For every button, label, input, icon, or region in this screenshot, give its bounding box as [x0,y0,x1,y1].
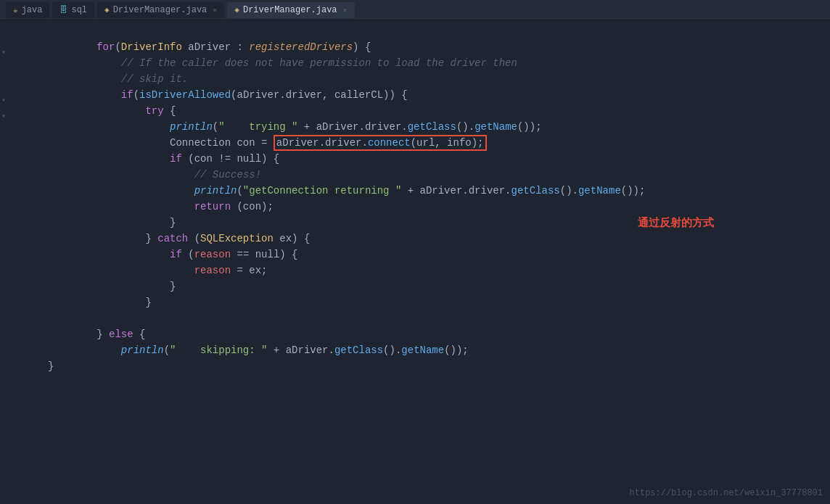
file-icon: ◈ [104,5,110,15]
editor: ▾ ▾ ▾ [0,20,830,504]
code-line-empty [36,23,830,39]
code-line-1: for(DriverInfo aDriver : registeredDrive… [36,39,830,55]
file-icon-active: ◈ [234,5,239,15]
tab-drivermanager-2[interactable]: ◈ DriverManager.java ✕ [227,2,354,18]
code-line-14: if (reason == null) { [36,247,830,263]
tab-java[interactable]: ☕ java [6,2,49,18]
fold-marker-try[interactable]: ▾ [1,109,6,125]
code-line-7: Connection con = aDriver.driver.connect(… [36,135,830,151]
println-token: println [170,119,213,135]
tab-label: DriverManager.java [113,5,208,15]
tab-sql[interactable]: 🗄 sql [52,2,94,18]
title-bar: ☕ java 🗄 sql ◈ DriverManager.java ✕ ◈ Dr… [0,0,830,20]
tab-drivermanager-1[interactable]: ◈ DriverManager.java ✕ [97,2,224,18]
code-line-3: // skip it. [36,71,830,87]
code-line-19: } else { [36,326,830,342]
code-line-16: } [36,278,830,294]
line-number-gutter: ▾ ▾ ▾ [0,20,36,504]
code-line-20: println(" skipping: " + aDriver.getClass… [36,342,830,358]
code-line-17: } [36,294,830,310]
java-icon: ☕ [13,5,18,15]
code-line-12: } 通过反射的方式 [36,215,830,231]
code-line-15: reason = ex; [36,263,830,278]
code-line-10: println("getConnection returning " + aDr… [36,183,830,199]
fold-marker-for[interactable]: ▾ [1,45,6,61]
println-token2: println [194,183,237,199]
code-line-5: try { [36,103,830,119]
println-token3: println [121,342,164,358]
code-line-21: } [36,358,830,374]
code-line-13: } catch (SQLException ex) { [36,231,830,247]
code-line-11: return (con); [36,199,830,215]
code-line-2: // If the caller does not have permissio… [36,55,830,71]
code-line-9: // Success! [36,167,830,183]
tab-label: sql [71,5,87,15]
code-content: for(DriverInfo aDriver : registeredDrive… [36,20,830,504]
tab-label: java [22,5,43,15]
highlight-connect-call: aDriver.driver.connect(url, info); [274,135,487,151]
sql-icon: 🗄 [59,5,67,15]
close-icon[interactable]: ✕ [213,6,217,15]
code-line-8: if (con != null) { [36,151,830,167]
blog-url: https://blog.csdn.net/weixin_37778801 [630,488,823,498]
close-icon-active[interactable]: ✕ [343,6,348,15]
chinese-annotation: 通过反射的方式 [638,215,714,231]
code-line-18 [36,310,830,326]
code-line-6: println(" trying " + aDriver.driver.getC… [36,119,830,135]
code-line-4: if(isDriverAllowed(aDriver.driver, calle… [36,87,830,103]
tab-label-active: DriverManager.java [243,5,337,15]
